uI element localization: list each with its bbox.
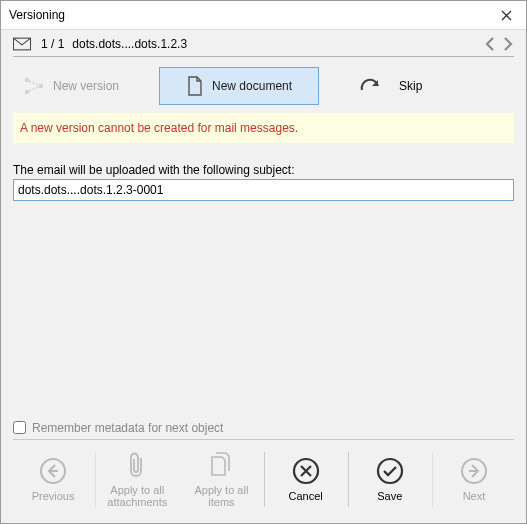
window-title: Versioning [1, 8, 65, 22]
titlebar: Versioning [1, 1, 526, 30]
remember-row: Remember metadata for next object [13, 421, 514, 435]
svg-point-6 [378, 459, 402, 483]
subject-label: The email will be uploaded with the foll… [13, 163, 514, 177]
document-icon [186, 76, 204, 96]
remember-checkbox[interactable] [13, 421, 26, 434]
previous-button: Previous [11, 446, 95, 513]
next-label: Next [463, 490, 486, 503]
versioning-dialog: Versioning 1 / 1 dots.dots....dots.1.2.3 [0, 0, 527, 524]
cancel-icon [291, 456, 321, 486]
mail-icon [13, 37, 31, 51]
svg-point-3 [39, 84, 43, 88]
new-document-button[interactable]: New document [159, 67, 319, 105]
arrow-left-icon [38, 456, 68, 486]
footer-toolbar: Previous Apply to allattachments Apply t… [1, 440, 526, 523]
skip-button[interactable]: Skip [349, 71, 432, 101]
svg-point-2 [25, 90, 29, 94]
save-label: Save [377, 490, 402, 503]
subject-input[interactable] [13, 179, 514, 201]
item-nav [484, 36, 514, 52]
documents-icon [208, 451, 234, 479]
next-button: Next [432, 446, 516, 513]
item-name: dots.dots....dots.1.2.3 [72, 37, 187, 51]
apply-all-attachments-label: Apply to allattachments [107, 484, 167, 509]
close-icon [501, 10, 512, 21]
paperclip-icon [126, 451, 148, 479]
cancel-button[interactable]: Cancel [264, 446, 348, 513]
apply-all-attachments-button: Apply to allattachments [95, 446, 179, 513]
next-item-button[interactable] [500, 36, 514, 52]
close-button[interactable] [486, 1, 526, 29]
item-counter: 1 / 1 [41, 37, 64, 51]
warning-banner: A new version cannot be created for mail… [13, 113, 514, 143]
svg-point-1 [25, 78, 29, 82]
divider [13, 56, 514, 57]
cancel-label: Cancel [288, 490, 322, 503]
skip-icon [359, 77, 383, 95]
save-button[interactable]: Save [348, 446, 432, 513]
new-version-label: New version [53, 79, 119, 93]
apply-all-items-button: Apply to allitems [179, 446, 263, 513]
new-version-button: New version [13, 70, 129, 102]
action-toolbar: New version New document Skip [1, 63, 526, 113]
prev-item-button[interactable] [484, 36, 498, 52]
skip-label: Skip [399, 79, 422, 93]
main-area: The email will be uploaded with the foll… [1, 153, 526, 421]
new-version-icon [23, 76, 45, 96]
arrow-right-icon [459, 456, 489, 486]
apply-all-items-label: Apply to allitems [195, 484, 249, 509]
check-icon [375, 456, 405, 486]
previous-label: Previous [32, 490, 75, 503]
header-row: 1 / 1 dots.dots....dots.1.2.3 [1, 30, 526, 56]
new-document-label: New document [212, 79, 292, 93]
remember-label: Remember metadata for next object [32, 421, 223, 435]
